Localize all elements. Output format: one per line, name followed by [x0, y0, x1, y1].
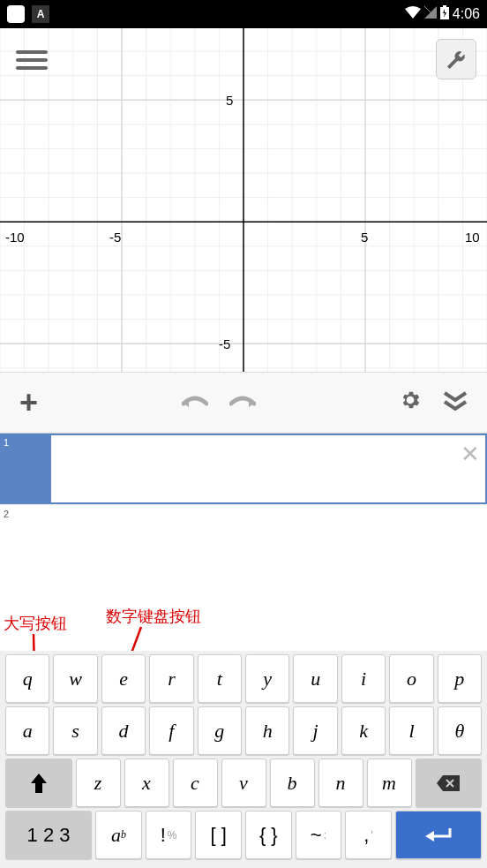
- expression-input[interactable]: [51, 435, 485, 502]
- menu-button[interactable]: [16, 44, 48, 76]
- shift-icon: [31, 774, 47, 793]
- key-b[interactable]: b: [270, 759, 315, 807]
- numpad-key[interactable]: 1 2 3: [5, 811, 92, 859]
- x-tick: -10: [5, 230, 25, 245]
- comma-apos-key[interactable]: ,': [345, 811, 392, 859]
- wrench-icon: [446, 49, 466, 69]
- key-θ[interactable]: θ: [438, 706, 482, 755]
- key-q[interactable]: q: [5, 654, 49, 703]
- expression-index: 1: [0, 434, 49, 504]
- key-r[interactable]: r: [149, 654, 193, 703]
- expression-list: 1 ✕ 2: [0, 434, 487, 628]
- key-t[interactable]: t: [198, 654, 242, 703]
- key-y[interactable]: y: [245, 654, 289, 703]
- backspace-key[interactable]: [416, 759, 483, 807]
- redo-icon: [229, 393, 256, 411]
- expression-index: 2: [0, 505, 49, 548]
- key-e[interactable]: e: [101, 654, 146, 703]
- status-bar: A 4:06: [0, 0, 487, 28]
- key-j[interactable]: j: [293, 706, 337, 755]
- key-f[interactable]: f: [149, 706, 193, 755]
- shift-key[interactable]: [5, 759, 72, 807]
- expression-toolbar: +: [0, 372, 487, 434]
- wifi-icon: [405, 6, 421, 22]
- key-i[interactable]: i: [341, 654, 386, 703]
- key-h[interactable]: h: [245, 706, 289, 755]
- key-a[interactable]: a: [5, 706, 49, 755]
- signal-icon: [424, 6, 437, 22]
- clock: 4:06: [453, 6, 480, 22]
- collapse-button[interactable]: [438, 383, 473, 422]
- wrench-button[interactable]: [436, 39, 476, 79]
- backspace-icon: [437, 775, 460, 791]
- expression-row[interactable]: 2: [0, 504, 487, 548]
- tilde-colon-key[interactable]: ~:: [296, 811, 342, 859]
- key-d[interactable]: d: [101, 706, 146, 755]
- key-z[interactable]: z: [76, 759, 121, 807]
- undo-icon: [182, 393, 208, 411]
- keyboard: qwertyuiop asdfghjklθ z x c v b n m 1 2 …: [0, 651, 487, 868]
- x-tick: 5: [361, 230, 368, 245]
- key-p[interactable]: p: [438, 654, 482, 703]
- x-tick: 10: [465, 230, 480, 245]
- expression-row[interactable]: 1 ✕: [0, 434, 487, 504]
- key-k[interactable]: k: [341, 706, 386, 755]
- expression-input[interactable]: [49, 505, 487, 548]
- svg-rect-2: [443, 5, 446, 7]
- key-c[interactable]: c: [173, 759, 218, 807]
- settings-button[interactable]: [393, 383, 427, 423]
- chevron-double-down-icon: [443, 391, 468, 411]
- graph-canvas[interactable]: -10 -5 5 10 5 -5: [0, 28, 487, 372]
- key-v[interactable]: v: [221, 759, 266, 807]
- key-l[interactable]: l: [389, 706, 433, 755]
- gear-icon: [399, 389, 422, 411]
- undo-button[interactable]: [176, 383, 214, 422]
- redo-button[interactable]: [224, 383, 261, 422]
- enter-icon: [425, 828, 452, 842]
- x-tick: -5: [109, 230, 121, 245]
- y-tick: 5: [226, 93, 233, 108]
- key-m[interactable]: m: [367, 759, 412, 807]
- key-n[interactable]: n: [318, 759, 363, 807]
- y-tick: -5: [219, 336, 230, 351]
- ime-icon: A: [32, 5, 49, 23]
- add-expression-button[interactable]: +: [14, 379, 43, 426]
- battery-icon: [440, 5, 449, 23]
- key-s[interactable]: s: [53, 706, 97, 755]
- close-icon[interactable]: ✕: [461, 441, 480, 468]
- key-w[interactable]: w: [53, 654, 97, 703]
- enter-key[interactable]: [395, 811, 482, 859]
- app-icon: [7, 5, 25, 23]
- graph-area[interactable]: -10 -5 5 10 5 -5: [0, 28, 487, 372]
- key-u[interactable]: u: [293, 654, 337, 703]
- key-o[interactable]: o: [389, 654, 433, 703]
- subscript-key[interactable]: ab: [95, 811, 142, 859]
- key-g[interactable]: g: [198, 706, 242, 755]
- exclaim-percent-key[interactable]: !%: [146, 811, 192, 859]
- key-x[interactable]: x: [124, 759, 169, 807]
- brackets-key[interactable]: [ ]: [195, 811, 242, 859]
- braces-key[interactable]: { }: [245, 811, 292, 859]
